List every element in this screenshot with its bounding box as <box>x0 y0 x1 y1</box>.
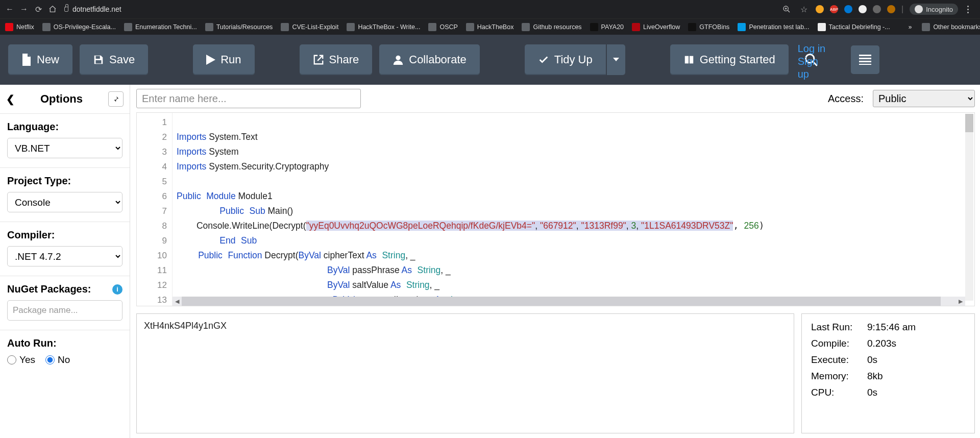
bookmark-item[interactable]: Penetration test lab... <box>738 23 809 31</box>
share-icon <box>313 54 324 65</box>
bookmark-item[interactable]: Netflix <box>5 23 34 31</box>
hscroll-right-icon[interactable]: ▶ <box>956 297 965 306</box>
app-toolbar: New Save Run Share Collaborate Tidy Up G… <box>0 35 980 85</box>
login-link[interactable]: Log in <box>798 42 826 55</box>
bookmark-item[interactable]: Github resources <box>522 23 581 31</box>
info-icon[interactable]: i <box>112 284 122 295</box>
browser-menu-icon[interactable] <box>964 6 972 13</box>
autorun-yes[interactable]: Yes <box>7 354 35 366</box>
bookmark-icon <box>347 23 355 31</box>
file-icon <box>21 54 32 66</box>
editor-hscrollbar[interactable]: ◀ ▶ <box>173 297 965 306</box>
share-button[interactable]: Share <box>300 44 373 75</box>
bookmark-icon <box>205 23 213 31</box>
bookmark-item[interactable]: PAYA20 <box>590 23 624 31</box>
play-icon <box>206 55 215 65</box>
stat-last-run: Last Run:9:15:46 am <box>809 319 967 335</box>
bookmark-item[interactable]: GTFOBins <box>688 23 729 31</box>
nav-back-icon[interactable]: ← <box>4 4 15 15</box>
new-button[interactable]: New <box>8 44 72 75</box>
nuget-label: NuGet Packages: i <box>7 283 122 295</box>
sidebar-title: Options <box>40 92 83 106</box>
url-text: dotnetfiddle.net <box>72 5 121 13</box>
svg-rect-9 <box>859 55 871 56</box>
project-type-select[interactable]: Console <box>7 192 122 212</box>
lock-icon <box>64 7 68 12</box>
bookmark-item[interactable]: LiveOverflow <box>632 23 680 31</box>
sidebar-back-icon[interactable]: ❮ <box>6 93 15 105</box>
bookmark-item[interactable]: OS-Privilege-Escala... <box>42 23 116 31</box>
bookmark-item[interactable]: OSCP <box>428 23 457 31</box>
line-gutter: 12345678910111213 <box>137 113 173 306</box>
svg-rect-11 <box>859 61 871 62</box>
bookmark-item[interactable]: HackTheBox <box>466 23 514 31</box>
bookmark-icon <box>590 23 598 31</box>
bookmark-item[interactable]: Tactical Debriefing -... <box>818 23 890 31</box>
incognito-icon <box>915 5 923 13</box>
ext-icon-3[interactable] <box>844 5 852 13</box>
pin-button[interactable] <box>108 91 124 107</box>
editor-vscrollbar-thumb[interactable] <box>965 114 973 132</box>
nuget-search-input[interactable] <box>7 300 122 321</box>
pin-icon <box>112 95 119 103</box>
svg-rect-5 <box>96 60 102 63</box>
code-editor[interactable]: 12345678910111213 Imports System.Text Im… <box>136 112 975 306</box>
signup-link[interactable]: Sign up <box>798 55 826 81</box>
ext-icon-5[interactable] <box>873 5 881 13</box>
stat-cpu: CPU:0s <box>809 384 967 401</box>
getting-started-button[interactable]: Getting Started <box>670 44 789 75</box>
incognito-badge: Incognito <box>910 4 958 15</box>
browser-chrome: ← → ⟳ dotnetfiddle.net ☆ ABP | Incognito <box>0 0 980 35</box>
bookmark-item[interactable]: Tutorials/Resources <box>205 23 273 31</box>
other-bookmarks[interactable]: Other bookmarks <box>922 23 980 31</box>
editor-vscrollbar[interactable] <box>965 114 973 301</box>
svg-rect-12 <box>859 64 871 65</box>
ext-abp-icon[interactable]: ABP <box>830 5 838 13</box>
nav-home-icon[interactable] <box>47 4 58 15</box>
bookmark-icon <box>5 23 13 31</box>
access-select[interactable]: Public <box>873 90 975 107</box>
bookmark-icon <box>466 23 474 31</box>
menu-icon <box>859 55 871 65</box>
compiler-label: Compiler: <box>7 229 122 241</box>
output-panel: XtH4nkS4Pl4y1nGX <box>136 313 794 433</box>
nav-forward-icon[interactable]: → <box>18 4 30 15</box>
access-label: Access: <box>828 93 864 105</box>
ext-icon-4[interactable] <box>859 5 867 13</box>
ext-icon-6[interactable] <box>887 5 895 13</box>
run-button[interactable]: Run <box>193 44 254 75</box>
bookmark-item[interactable]: CVE-List-Exploit <box>281 23 338 31</box>
bookmarks-overflow-icon[interactable]: » <box>906 23 914 31</box>
bookmark-item[interactable]: HackTheBox - Write... <box>347 23 420 31</box>
autorun-no[interactable]: No <box>45 354 70 366</box>
fiddle-name-input[interactable] <box>136 89 361 108</box>
bookmark-icon <box>522 23 530 31</box>
language-select[interactable]: VB.NET <box>7 138 122 158</box>
save-button[interactable]: Save <box>80 44 148 75</box>
stat-memory: Memory:8kb <box>809 368 967 384</box>
save-icon <box>93 54 104 65</box>
svg-rect-4 <box>96 56 100 59</box>
tidy-button[interactable]: Tidy Up <box>525 44 606 75</box>
hscroll-left-icon[interactable]: ◀ <box>173 297 182 306</box>
code-area[interactable]: Imports System.Text Imports System Impor… <box>173 113 974 306</box>
compiler-select[interactable]: .NET 4.7.2 <box>7 246 122 266</box>
collaborate-button[interactable]: Collaborate <box>379 44 480 75</box>
editor-hscrollbar-thumb[interactable] <box>182 297 941 306</box>
bookmark-item[interactable]: Enumeration Techni... <box>124 23 197 31</box>
output-text: XtH4nkS4Pl4y1nGX <box>144 321 227 331</box>
ext-icon-1[interactable] <box>816 5 824 13</box>
star-icon[interactable]: ☆ <box>798 4 810 15</box>
bookmark-icon <box>632 23 640 31</box>
address-bar[interactable]: dotnetfiddle.net <box>61 2 125 16</box>
language-label: Language: <box>7 121 122 133</box>
chevron-down-icon <box>613 58 619 62</box>
autorun-label: Auto Run: <box>7 337 122 349</box>
nav-reload-icon[interactable]: ⟳ <box>33 4 44 15</box>
zoom-icon[interactable] <box>781 4 792 15</box>
stat-execute: Execute:0s <box>809 352 967 368</box>
hamburger-menu-button[interactable] <box>851 45 879 74</box>
bookmark-icon <box>738 23 746 31</box>
stat-compile: Compile:0.203s <box>809 335 967 352</box>
tidy-dropdown-button[interactable] <box>607 44 625 75</box>
